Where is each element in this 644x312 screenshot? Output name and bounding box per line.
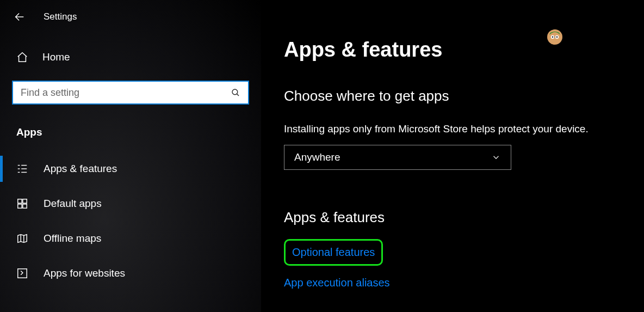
dropdown-value: Anywhere xyxy=(294,151,340,163)
sidebar-item-apps-websites[interactable]: Apps for websites xyxy=(0,256,261,291)
link-app-execution-aliases[interactable]: App execution aliases xyxy=(284,277,390,289)
link-optional-features[interactable]: Optional features xyxy=(292,246,375,259)
sidebar-item-label: Default apps xyxy=(44,198,261,210)
svg-point-20 xyxy=(556,36,558,38)
settings-sidebar: Settings Home Apps xyxy=(0,0,261,312)
sidebar-item-label: Offline maps xyxy=(44,233,261,244)
svg-line-2 xyxy=(237,94,239,96)
chevron-down-icon xyxy=(491,152,501,162)
search-box[interactable] xyxy=(12,81,249,105)
sidebar-nav-list: Apps & features Default apps xyxy=(0,151,261,291)
search-wrap xyxy=(12,81,249,105)
apps-websites-icon xyxy=(16,267,29,279)
apps-features-icon xyxy=(16,163,29,175)
svg-rect-12 xyxy=(23,204,27,208)
page-title: Apps & features xyxy=(284,38,644,62)
section-apps-features-title: Apps & features xyxy=(284,209,644,226)
section-choose-apps-title: Choose where to get apps xyxy=(284,88,644,105)
sidebar-item-apps-features[interactable]: Apps & features xyxy=(0,151,261,186)
offline-maps-icon xyxy=(16,233,29,244)
sidebar-group-header: Apps xyxy=(0,117,261,148)
svg-rect-10 xyxy=(23,199,27,203)
sidebar-home[interactable]: Home xyxy=(0,44,261,71)
svg-rect-11 xyxy=(18,204,22,208)
avatar xyxy=(546,28,564,46)
app-source-dropdown[interactable]: Anywhere xyxy=(284,145,511,170)
svg-point-19 xyxy=(552,36,554,38)
app-title: Settings xyxy=(44,11,77,22)
default-apps-icon xyxy=(16,198,29,210)
search-icon xyxy=(231,88,240,97)
back-arrow-icon[interactable] xyxy=(13,10,26,23)
sidebar-item-offline-maps[interactable]: Offline maps xyxy=(0,221,261,256)
sidebar-item-label: Apps for websites xyxy=(44,267,261,279)
sidebar-item-label: Apps & features xyxy=(44,163,261,175)
helper-text: Installing apps only from Microsoft Stor… xyxy=(284,123,644,135)
main-content: Apps & features Choose where to get apps… xyxy=(261,0,644,312)
svg-rect-9 xyxy=(18,199,22,203)
sidebar-item-default-apps[interactable]: Default apps xyxy=(0,186,261,221)
home-label: Home xyxy=(42,51,70,63)
search-input[interactable] xyxy=(21,87,231,99)
home-icon xyxy=(16,51,28,63)
optional-features-highlight: Optional features xyxy=(284,239,383,266)
topbar: Settings xyxy=(0,5,261,28)
